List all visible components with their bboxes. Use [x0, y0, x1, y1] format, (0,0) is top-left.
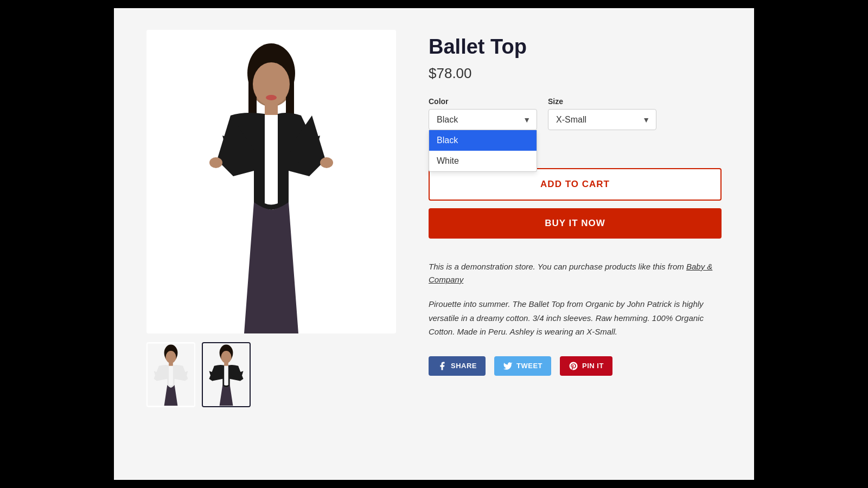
- facebook-share-button[interactable]: SHARE: [429, 356, 486, 376]
- svg-point-13: [165, 351, 176, 363]
- size-label: Size: [548, 97, 656, 106]
- svg-rect-19: [224, 363, 228, 366]
- pinterest-share-button[interactable]: PIN IT: [560, 356, 612, 376]
- twitter-icon: [503, 361, 513, 371]
- svg-point-18: [221, 351, 231, 363]
- page-wrapper: Ballet Top $78.00 Color Black White ▼ Bl…: [114, 8, 754, 480]
- twitter-share-button[interactable]: TWEET: [494, 356, 551, 376]
- color-selector-group: Color Black White ▼ Black White: [429, 97, 537, 130]
- color-select[interactable]: Black White: [429, 109, 537, 130]
- demo-notice-text: This is a demonstration store. You can p…: [429, 262, 684, 271]
- svg-rect-7: [265, 103, 278, 115]
- svg-point-8: [209, 157, 222, 168]
- svg-point-9: [320, 157, 333, 168]
- social-share: SHARE TWEET PIN IT: [429, 356, 722, 376]
- size-select-wrapper: X-Small Small Medium Large ▼: [548, 109, 656, 130]
- twitter-share-label: TWEET: [516, 362, 542, 370]
- product-price: $78.00: [429, 65, 722, 82]
- product-details: Ballet Top $78.00 Color Black White ▼ Bl…: [429, 30, 722, 458]
- buttons-area: ADD TO CART BUY IT NOW: [429, 168, 722, 239]
- size-select[interactable]: X-Small Small Medium Large: [548, 109, 656, 130]
- pinterest-icon: [569, 361, 578, 371]
- demo-notice: This is a demonstration store. You can p…: [429, 260, 722, 286]
- selectors-row: Color Black White ▼ Black White Size: [429, 97, 722, 130]
- svg-rect-14: [169, 363, 173, 366]
- product-description: Pirouette into summer. The Ballet Top fr…: [429, 297, 722, 339]
- buy-now-button[interactable]: BUY IT NOW: [429, 208, 722, 239]
- thumbnail-black[interactable]: [202, 342, 251, 407]
- svg-point-6: [266, 95, 277, 100]
- product-title: Ballet Top: [429, 35, 722, 59]
- facebook-share-label: SHARE: [451, 362, 477, 370]
- facebook-icon: [437, 361, 447, 371]
- size-selector-group: Size X-Small Small Medium Large ▼: [548, 97, 656, 130]
- product-images: [146, 30, 396, 458]
- thumbnail-white[interactable]: [146, 342, 195, 407]
- color-option-black[interactable]: Black: [429, 130, 537, 151]
- description-section: This is a demonstration store. You can p…: [429, 260, 722, 339]
- add-to-cart-button[interactable]: ADD TO CART: [429, 168, 722, 201]
- color-label: Color: [429, 97, 537, 106]
- color-dropdown: Black White: [429, 130, 537, 172]
- thumbnail-row: [146, 342, 396, 407]
- pinterest-share-label: PIN IT: [582, 362, 604, 370]
- color-option-white[interactable]: White: [429, 151, 537, 171]
- color-select-wrapper: Black White ▼: [429, 109, 537, 130]
- main-product-image: [146, 30, 396, 333]
